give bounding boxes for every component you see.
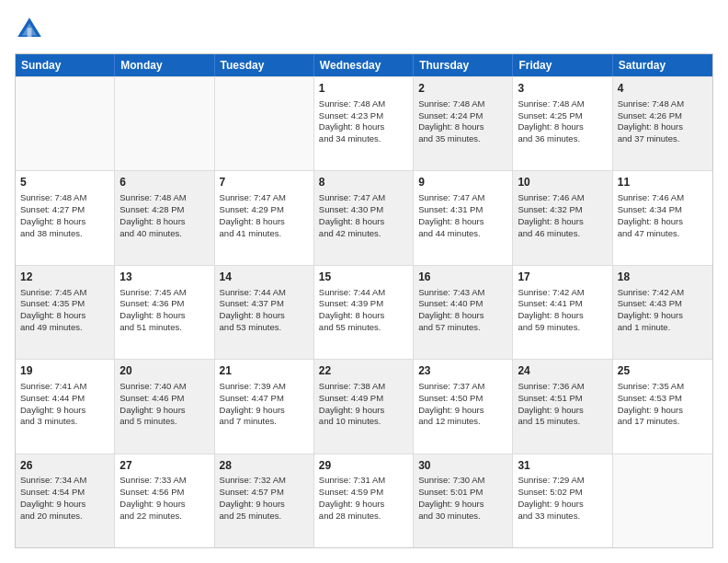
cell-info: Sunrise: 7:40 AM Sunset: 4:46 PM Dayligh… [119,381,209,428]
cal-cell: 3Sunrise: 7:48 AM Sunset: 4:25 PM Daylig… [513,77,612,170]
cal-cell: 7Sunrise: 7:47 AM Sunset: 4:29 PM Daylig… [215,171,314,264]
cal-cell: 9Sunrise: 7:47 AM Sunset: 4:31 PM Daylig… [414,171,513,264]
logo-icon [15,15,44,44]
cal-cell: 25Sunrise: 7:35 AM Sunset: 4:53 PM Dayli… [613,360,712,453]
cal-cell: 1Sunrise: 7:48 AM Sunset: 4:23 PM Daylig… [314,77,414,170]
cal-cell: 23Sunrise: 7:37 AM Sunset: 4:50 PM Dayli… [414,360,513,453]
header-day-sunday: Sunday [16,54,115,76]
day-number: 18 [618,270,708,285]
cal-cell [115,77,214,170]
day-number: 24 [518,363,607,379]
cell-info: Sunrise: 7:48 AM Sunset: 4:27 PM Dayligh… [20,192,109,239]
cell-info: Sunrise: 7:34 AM Sunset: 4:54 PM Dayligh… [20,475,109,522]
cell-info: Sunrise: 7:47 AM Sunset: 4:29 PM Dayligh… [220,192,309,239]
cal-cell: 30Sunrise: 7:30 AM Sunset: 5:01 PM Dayli… [414,454,513,547]
cell-info: Sunrise: 7:46 AM Sunset: 4:32 PM Dayligh… [518,192,607,239]
calendar-body: 1Sunrise: 7:48 AM Sunset: 4:23 PM Daylig… [16,76,712,547]
day-number: 9 [418,175,507,190]
cell-info: Sunrise: 7:45 AM Sunset: 4:36 PM Dayligh… [119,287,209,334]
cell-info: Sunrise: 7:48 AM Sunset: 4:25 PM Dayligh… [518,98,607,145]
header-day-friday: Friday [513,54,612,76]
header [15,15,713,44]
day-number: 26 [20,458,109,474]
cal-cell: 6Sunrise: 7:48 AM Sunset: 4:28 PM Daylig… [115,171,214,264]
cell-info: Sunrise: 7:37 AM Sunset: 4:50 PM Dayligh… [418,381,507,428]
day-number: 19 [20,363,109,379]
header-day-saturday: Saturday [613,54,712,76]
day-number: 1 [319,81,408,97]
week-row-5: 26Sunrise: 7:34 AM Sunset: 4:54 PM Dayli… [16,454,712,547]
cell-info: Sunrise: 7:33 AM Sunset: 4:56 PM Dayligh… [119,475,209,522]
cell-info: Sunrise: 7:41 AM Sunset: 4:44 PM Dayligh… [20,381,109,428]
cell-info: Sunrise: 7:42 AM Sunset: 4:41 PM Dayligh… [518,287,607,334]
cal-cell: 10Sunrise: 7:46 AM Sunset: 4:32 PM Dayli… [513,171,612,264]
cal-cell: 21Sunrise: 7:39 AM Sunset: 4:47 PM Dayli… [215,360,314,453]
cell-info: Sunrise: 7:44 AM Sunset: 4:39 PM Dayligh… [319,287,408,334]
cell-info: Sunrise: 7:44 AM Sunset: 4:37 PM Dayligh… [220,287,309,334]
cal-cell [16,77,115,170]
day-number: 5 [20,175,109,190]
cal-cell: 18Sunrise: 7:42 AM Sunset: 4:43 PM Dayli… [613,266,712,359]
cell-info: Sunrise: 7:48 AM Sunset: 4:28 PM Dayligh… [119,192,209,239]
day-number: 27 [119,458,209,474]
cell-info: Sunrise: 7:47 AM Sunset: 4:30 PM Dayligh… [319,192,408,239]
cell-info: Sunrise: 7:42 AM Sunset: 4:43 PM Dayligh… [618,287,708,334]
day-number: 29 [319,458,408,474]
day-number: 2 [418,81,507,97]
cal-cell [215,77,314,170]
day-number: 12 [20,270,109,285]
svg-rect-2 [28,28,32,37]
cell-info: Sunrise: 7:29 AM Sunset: 5:02 PM Dayligh… [518,475,607,522]
cell-info: Sunrise: 7:45 AM Sunset: 4:35 PM Dayligh… [20,287,109,334]
cal-cell: 8Sunrise: 7:47 AM Sunset: 4:30 PM Daylig… [314,171,414,264]
header-day-thursday: Thursday [414,54,513,76]
cell-info: Sunrise: 7:46 AM Sunset: 4:34 PM Dayligh… [618,192,708,239]
cell-info: Sunrise: 7:38 AM Sunset: 4:49 PM Dayligh… [319,381,408,428]
day-number: 10 [518,175,607,190]
week-row-4: 19Sunrise: 7:41 AM Sunset: 4:44 PM Dayli… [16,359,712,453]
day-number: 31 [518,458,607,474]
cal-cell: 22Sunrise: 7:38 AM Sunset: 4:49 PM Dayli… [314,360,414,453]
cal-cell: 27Sunrise: 7:33 AM Sunset: 4:56 PM Dayli… [115,454,214,547]
cal-cell: 29Sunrise: 7:31 AM Sunset: 4:59 PM Dayli… [314,454,414,547]
header-day-monday: Monday [115,54,214,76]
day-number: 7 [220,175,309,190]
cal-cell [613,454,712,547]
cal-cell: 19Sunrise: 7:41 AM Sunset: 4:44 PM Dayli… [16,360,115,453]
cell-info: Sunrise: 7:35 AM Sunset: 4:53 PM Dayligh… [618,381,708,428]
cal-cell: 15Sunrise: 7:44 AM Sunset: 4:39 PM Dayli… [314,266,414,359]
cal-cell: 24Sunrise: 7:36 AM Sunset: 4:51 PM Dayli… [513,360,612,453]
cell-info: Sunrise: 7:43 AM Sunset: 4:40 PM Dayligh… [418,287,507,334]
day-number: 13 [119,270,209,285]
week-row-2: 5Sunrise: 7:48 AM Sunset: 4:27 PM Daylig… [16,170,712,264]
page: SundayMondayTuesdayWednesdayThursdayFrid… [0,0,728,563]
header-day-wednesday: Wednesday [314,54,414,76]
cal-cell: 28Sunrise: 7:32 AM Sunset: 4:57 PM Dayli… [215,454,314,547]
cal-cell: 31Sunrise: 7:29 AM Sunset: 5:02 PM Dayli… [513,454,612,547]
cal-cell: 5Sunrise: 7:48 AM Sunset: 4:27 PM Daylig… [16,171,115,264]
calendar-header: SundayMondayTuesdayWednesdayThursdayFrid… [16,54,712,76]
cell-info: Sunrise: 7:32 AM Sunset: 4:57 PM Dayligh… [220,475,309,522]
cell-info: Sunrise: 7:48 AM Sunset: 4:26 PM Dayligh… [618,98,708,145]
day-number: 30 [418,458,507,474]
cal-cell: 11Sunrise: 7:46 AM Sunset: 4:34 PM Dayli… [613,171,712,264]
day-number: 8 [319,175,408,190]
cell-info: Sunrise: 7:39 AM Sunset: 4:47 PM Dayligh… [220,381,309,428]
cal-cell: 14Sunrise: 7:44 AM Sunset: 4:37 PM Dayli… [215,266,314,359]
logo [15,15,48,44]
day-number: 17 [518,270,607,285]
cal-cell: 4Sunrise: 7:48 AM Sunset: 4:26 PM Daylig… [613,77,712,170]
cal-cell: 16Sunrise: 7:43 AM Sunset: 4:40 PM Dayli… [414,266,513,359]
day-number: 20 [119,363,209,379]
cal-cell: 26Sunrise: 7:34 AM Sunset: 4:54 PM Dayli… [16,454,115,547]
cal-cell: 13Sunrise: 7:45 AM Sunset: 4:36 PM Dayli… [115,266,214,359]
day-number: 23 [418,363,507,379]
cell-info: Sunrise: 7:48 AM Sunset: 4:24 PM Dayligh… [418,98,507,145]
cal-cell: 20Sunrise: 7:40 AM Sunset: 4:46 PM Dayli… [115,360,214,453]
calendar: SundayMondayTuesdayWednesdayThursdayFrid… [15,53,713,548]
week-row-1: 1Sunrise: 7:48 AM Sunset: 4:23 PM Daylig… [16,76,712,170]
day-number: 28 [220,458,309,474]
cell-info: Sunrise: 7:48 AM Sunset: 4:23 PM Dayligh… [319,98,408,145]
cal-cell: 12Sunrise: 7:45 AM Sunset: 4:35 PM Dayli… [16,266,115,359]
cal-cell: 2Sunrise: 7:48 AM Sunset: 4:24 PM Daylig… [414,77,513,170]
